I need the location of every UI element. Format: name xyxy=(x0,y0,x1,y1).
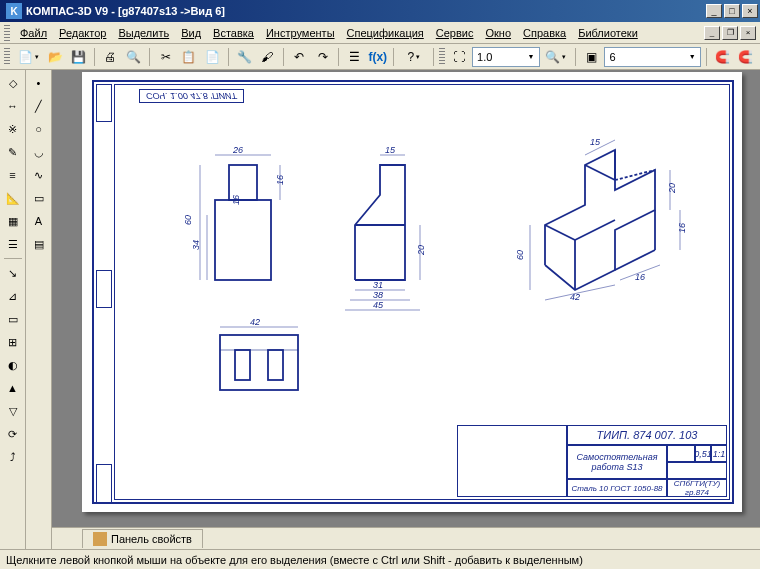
tool-icon-6[interactable]: ▲ xyxy=(2,377,24,399)
geometry-panel-icon[interactable]: ◇ xyxy=(2,72,24,94)
tool-icon-2[interactable]: ⊿ xyxy=(2,285,24,307)
snap-button[interactable]: 🧲 xyxy=(712,46,733,68)
menu-view[interactable]: Вид xyxy=(175,25,207,41)
open-button[interactable]: 📂 xyxy=(45,46,66,68)
tool-icon-9[interactable]: ⤴ xyxy=(2,446,24,468)
compact-panel-2: • ╱ ○ ◡ ∿ ▭ A ▤ xyxy=(26,70,52,549)
geom-rect-icon[interactable]: ▭ xyxy=(28,187,50,209)
svg-line-35 xyxy=(615,250,655,270)
svg-text:26: 26 xyxy=(232,145,243,155)
properties-button[interactable]: 🔧 xyxy=(234,46,255,68)
properties-panel-tab[interactable]: Панель свойств xyxy=(82,529,203,548)
svg-rect-23 xyxy=(220,335,298,390)
menu-service[interactable]: Сервис xyxy=(430,25,480,41)
tool-icon-1[interactable]: ↘ xyxy=(2,262,24,284)
svg-line-31 xyxy=(575,220,615,240)
svg-text:60: 60 xyxy=(515,250,525,260)
variables-button[interactable]: f(x) xyxy=(367,46,388,68)
drawing-code: ТИИП. 874 007. 103 xyxy=(567,425,727,445)
menu-insert[interactable]: Вставка xyxy=(207,25,260,41)
menu-spec[interactable]: Спецификация xyxy=(341,25,430,41)
iso-view: 15 20 16 60 42 16 xyxy=(505,125,715,325)
mdi-restore-button[interactable]: ❐ xyxy=(722,26,738,40)
cut-button[interactable]: ✂ xyxy=(155,46,176,68)
snap2-button[interactable]: 🧲 xyxy=(735,46,756,68)
scale-cell: 1:1 xyxy=(711,445,727,462)
minimize-button[interactable]: _ xyxy=(706,4,722,18)
copy-button[interactable]: 📋 xyxy=(178,46,199,68)
dimension-panel-icon[interactable]: ↔ xyxy=(2,95,24,117)
svg-text:34: 34 xyxy=(191,240,201,250)
menu-select[interactable]: Выделить xyxy=(112,25,175,41)
save-button[interactable]: 💾 xyxy=(68,46,89,68)
help-context-button[interactable]: ? xyxy=(399,46,428,68)
undo-button[interactable]: ↶ xyxy=(289,46,310,68)
edit-panel-icon[interactable]: ✎ xyxy=(2,141,24,163)
print-button[interactable]: 🖨 xyxy=(100,46,121,68)
svg-text:16: 16 xyxy=(231,195,241,205)
svg-text:16: 16 xyxy=(635,272,645,282)
status-text: Щелкните левой кнопкой мыши на объекте д… xyxy=(6,554,583,566)
drawing-canvas[interactable]: СОЧ. 1.00 47.8 'ПИИТ 26 60 34 xyxy=(52,70,760,549)
drawing-sheet: СОЧ. 1.00 47.8 'ПИИТ 26 60 34 xyxy=(82,72,742,512)
app-icon: K xyxy=(6,3,22,19)
menu-window[interactable]: Окно xyxy=(479,25,517,41)
scale-combo[interactable]: 1.0▼ xyxy=(472,47,539,67)
geom-circle-icon[interactable]: ○ xyxy=(28,118,50,140)
title-block: ТИИП. 874 007. 103 Самостоятельная работ… xyxy=(457,425,727,497)
mdi-minimize-button[interactable]: _ xyxy=(704,26,720,40)
zoom-window-button[interactable]: ⛶ xyxy=(449,46,470,68)
page-combo[interactable]: 6▼ xyxy=(604,47,700,67)
mdi-close-button[interactable]: × xyxy=(740,26,756,40)
stamp-top: СОЧ. 1.00 47.8 'ПИИТ xyxy=(139,89,244,103)
paste-button[interactable]: 📄 xyxy=(201,46,222,68)
preview-button[interactable]: 🔍 xyxy=(123,46,144,68)
svg-rect-0 xyxy=(215,200,271,280)
mass-cell: 0,51 xyxy=(695,445,711,462)
symbol-panel-icon[interactable]: ※ xyxy=(2,118,24,140)
geom-arc-icon[interactable]: ◡ xyxy=(28,141,50,163)
svg-rect-24 xyxy=(235,350,250,380)
select-panel-icon[interactable]: ▦ xyxy=(2,210,24,232)
side-view: 15 20 31 38 45 xyxy=(325,145,475,315)
tool-icon-5[interactable]: ◐ xyxy=(2,354,24,376)
menu-file[interactable]: Файл xyxy=(14,25,53,41)
geom-text-icon[interactable]: A xyxy=(28,210,50,232)
menu-tools[interactable]: Инструменты xyxy=(260,25,341,41)
view-button[interactable]: ▣ xyxy=(581,46,602,68)
window-title: КОМПАС-3D V9 - [g87407s13 ->Вид 6] xyxy=(26,5,706,17)
geom-point-icon[interactable]: • xyxy=(28,72,50,94)
tool-icon-8[interactable]: ⟳ xyxy=(2,423,24,445)
svg-text:42: 42 xyxy=(250,317,260,327)
brush-button[interactable]: 🖌 xyxy=(257,46,278,68)
svg-line-34 xyxy=(615,170,655,180)
toolbar-grip-2[interactable] xyxy=(439,48,445,66)
param-panel-icon[interactable]: ≡ xyxy=(2,164,24,186)
geom-spline-icon[interactable]: ∿ xyxy=(28,164,50,186)
new-button[interactable]: 📄 xyxy=(14,46,43,68)
close-button[interactable]: × xyxy=(742,4,758,18)
compact-panel: ◇ ↔ ※ ✎ ≡ 📐 ▦ ☰ ↘ ⊿ ▭ ⊞ ◐ ▲ ▽ ⟳ ⤴ xyxy=(0,70,26,549)
tool-icon-3[interactable]: ▭ xyxy=(2,308,24,330)
spec-panel-icon[interactable]: ☰ xyxy=(2,233,24,255)
svg-text:42: 42 xyxy=(570,292,580,302)
svg-line-32 xyxy=(585,165,615,180)
menu-help[interactable]: Справка xyxy=(517,25,572,41)
svg-text:45: 45 xyxy=(373,300,384,310)
geom-line-icon[interactable]: ╱ xyxy=(28,95,50,117)
toolbar-grip[interactable] xyxy=(4,48,10,66)
menu-edit[interactable]: Редактор xyxy=(53,25,112,41)
menubar-grip[interactable] xyxy=(4,25,10,41)
maximize-button[interactable]: □ xyxy=(724,4,740,18)
measure-panel-icon[interactable]: 📐 xyxy=(2,187,24,209)
svg-text:60: 60 xyxy=(185,215,193,225)
tool-icon-7[interactable]: ▽ xyxy=(2,400,24,422)
properties-icon xyxy=(93,532,107,546)
menu-libraries[interactable]: Библиотеки xyxy=(572,25,644,41)
zoom-button[interactable]: 🔍 xyxy=(542,46,571,68)
svg-text:15: 15 xyxy=(590,137,601,147)
geom-hatch-icon[interactable]: ▤ xyxy=(28,233,50,255)
tool-icon-4[interactable]: ⊞ xyxy=(2,331,24,353)
manager-button[interactable]: ☰ xyxy=(344,46,365,68)
redo-button[interactable]: ↷ xyxy=(312,46,333,68)
